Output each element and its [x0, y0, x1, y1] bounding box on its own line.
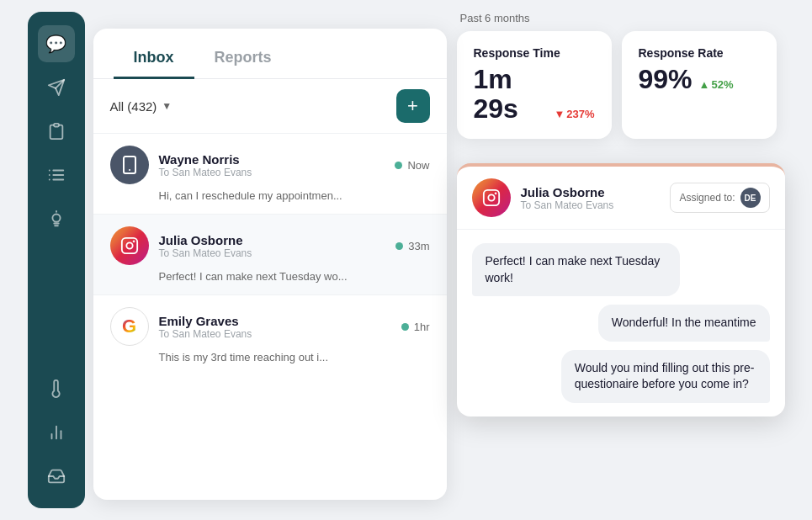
- svg-rect-19: [483, 190, 498, 205]
- assigned-avatar: DE: [740, 188, 761, 208]
- stats-panel: Past 6 months Response Time 1m 29s ▼ 237…: [457, 12, 777, 139]
- conv-to: To San Mateo Evans: [159, 328, 391, 340]
- stat-value-row: 99% ▲ 52%: [639, 65, 760, 94]
- conv-name: Wayne Norris: [159, 152, 385, 167]
- sidebar-icon-send[interactable]: [38, 69, 75, 106]
- unread-dot: [395, 242, 403, 250]
- conv-preview: Perfect! I can make next Tuesday wo...: [110, 270, 430, 283]
- conv-time-dot: 33m: [395, 240, 429, 252]
- svg-rect-16: [121, 238, 136, 253]
- filter-dropdown[interactable]: All (432) ▼: [110, 99, 172, 114]
- stats-cards: Response Time 1m 29s ▼ 237% Response Rat…: [457, 31, 777, 139]
- stat-value: 99%: [639, 65, 693, 94]
- conv-meta: Julia Osborne To San Mateo Evans: [159, 233, 386, 259]
- svg-point-17: [126, 242, 132, 248]
- svg-point-20: [488, 194, 494, 200]
- sidebar-icon-clipboard[interactable]: [38, 113, 75, 150]
- stat-change: ▲ 52%: [699, 78, 734, 91]
- svg-rect-2: [54, 124, 59, 127]
- stats-period: Past 6 months: [457, 12, 777, 24]
- chat-avatar: [472, 178, 511, 217]
- conversation-list: Wayne Norris To San Mateo Evans Now Hi, …: [93, 133, 447, 375]
- sidebar-icon-chart[interactable]: [38, 414, 75, 451]
- list-item[interactable]: Julia Osborne To San Mateo Evans 33m Per…: [93, 214, 447, 294]
- avatar: G: [110, 307, 149, 346]
- list-item[interactable]: Wayne Norris To San Mateo Evans Now Hi, …: [93, 133, 447, 214]
- tab-inbox[interactable]: Inbox: [114, 35, 194, 79]
- stat-change: ▼ 237%: [554, 108, 594, 120]
- list-item[interactable]: G Emily Graves To San Mateo Evans 1hr Th…: [93, 294, 447, 375]
- svg-point-18: [133, 241, 134, 242]
- tab-reports[interactable]: Reports: [194, 35, 292, 79]
- sidebar-icon-temp[interactable]: [38, 370, 75, 407]
- chat-contact-to: To San Mateo Evans: [521, 199, 661, 211]
- stat-card-response-rate: Response Rate 99% ▲ 52%: [622, 31, 777, 139]
- stat-value: 1m 29s: [474, 65, 548, 124]
- assigned-badge[interactable]: Assigned to: DE: [670, 183, 769, 213]
- conv-time: 33m: [408, 240, 429, 252]
- conv-preview: Hi, can I reschedule my appointmen...: [110, 189, 430, 202]
- inbox-panel: Inbox Reports All (432) ▼ +: [93, 29, 447, 500]
- conv-name: Julia Osborne: [159, 233, 386, 247]
- sidebar: 💬: [28, 12, 85, 508]
- unread-dot: [395, 162, 402, 169]
- tabs-container: Inbox Reports: [93, 35, 447, 79]
- conv-preview: This is my 3rd time reaching out i...: [110, 351, 430, 363]
- message-bubble: Wonderful! In the meantime: [598, 305, 770, 342]
- conv-meta: Wayne Norris To San Mateo Evans: [159, 152, 385, 178]
- stat-change-value: 52%: [711, 78, 733, 91]
- chat-messages: Perfect! I can make next Tuesday work! W…: [457, 230, 785, 417]
- conv-time: 1hr: [414, 321, 430, 333]
- stat-change-value: 237%: [566, 108, 594, 120]
- message-bubble: Would you mind filling out this pre-ques…: [561, 350, 770, 403]
- arrow-up-icon: ▲: [699, 78, 710, 91]
- conv-time-dot: Now: [395, 159, 429, 172]
- sidebar-icon-chat[interactable]: 💬: [38, 25, 75, 62]
- assigned-label: Assigned to:: [679, 192, 735, 204]
- conv-to: To San Mateo Evans: [159, 247, 386, 259]
- unread-dot: [401, 323, 409, 331]
- stat-label: Response Rate: [639, 46, 760, 60]
- stat-card-response-time: Response Time 1m 29s ▼ 237%: [457, 31, 612, 139]
- filter-bar: All (432) ▼ +: [93, 79, 447, 133]
- avatar: [110, 146, 149, 184]
- conv-time-dot: 1hr: [401, 321, 430, 333]
- conv-name: Emily Graves: [159, 314, 391, 328]
- stat-label: Response Time: [474, 46, 595, 60]
- chat-overlay: Julia Osborne To San Mateo Evans Assigne…: [457, 163, 785, 417]
- conv-to: To San Mateo Evans: [159, 167, 385, 178]
- svg-point-10: [52, 215, 60, 222]
- chevron-down-icon: ▼: [162, 100, 172, 112]
- sidebar-icon-inbox[interactable]: [38, 458, 75, 495]
- message-bubble: Perfect! I can make next Tuesday work!: [472, 243, 681, 296]
- arrow-down-icon: ▼: [554, 108, 565, 120]
- chat-meta: Julia Osborne To San Mateo Evans: [521, 185, 661, 211]
- chat-contact-name: Julia Osborne: [521, 185, 661, 199]
- conv-meta: Emily Graves To San Mateo Evans: [159, 314, 391, 340]
- svg-point-21: [495, 194, 496, 194]
- chat-header: Julia Osborne To San Mateo Evans Assigne…: [457, 167, 785, 230]
- conv-time: Now: [407, 159, 429, 172]
- add-button[interactable]: +: [396, 89, 430, 123]
- stat-value-row: 1m 29s ▼ 237%: [474, 65, 595, 124]
- filter-label-text: All (432): [110, 99, 157, 114]
- sidebar-icon-list[interactable]: [38, 157, 75, 194]
- sidebar-icon-bulb[interactable]: [38, 200, 75, 237]
- avatar: [110, 226, 149, 265]
